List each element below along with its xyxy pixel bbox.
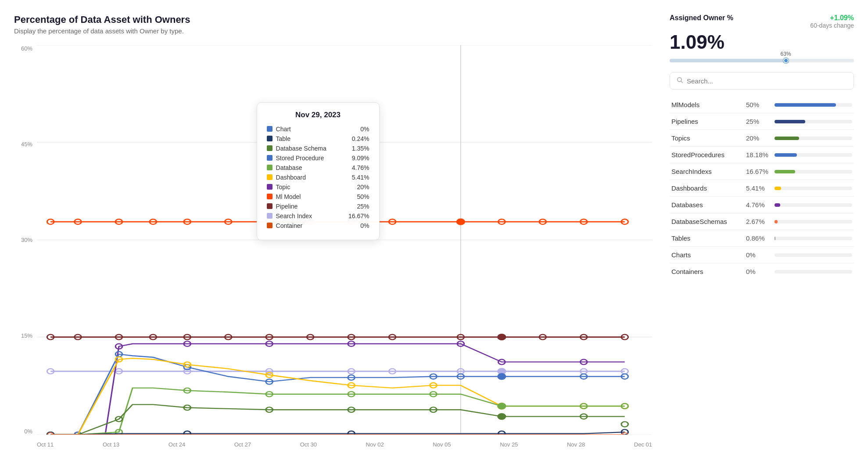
tooltip-date: Nov 29, 2023	[267, 111, 369, 119]
data-item-name: StoredProcedures	[671, 151, 742, 158]
tooltip-color-box	[267, 174, 273, 180]
data-item-name: DatabaseSchemas	[671, 218, 742, 225]
svg-point-32	[498, 334, 506, 340]
y-label-30: 30%	[21, 237, 35, 243]
chart-tooltip: Nov 29, 2023 Chart 0% Table 0.24% Databa…	[257, 102, 380, 240]
x-label-nov02: Nov 02	[366, 441, 384, 448]
y-label-45: 45%	[21, 141, 35, 148]
data-item-pct: 0.86%	[746, 234, 770, 242]
data-bar	[775, 220, 778, 223]
data-bar-container	[775, 153, 852, 157]
tooltip-value: 25%	[357, 203, 369, 210]
x-label-oct27: Oct 27	[234, 441, 251, 448]
tooltip-row: Dashboard 5.41%	[267, 174, 369, 181]
tooltip-color-box	[267, 184, 273, 190]
progress-marker-label: 63%	[781, 51, 791, 57]
tooltip-label: Container	[276, 222, 357, 229]
data-item-name: Charts	[671, 251, 742, 259]
data-list: MlModels 50% Pipelines 25% Topics 20% St…	[670, 97, 854, 280]
data-item-pct: 50%	[746, 101, 770, 108]
tooltip-row: Table 0.24%	[267, 135, 369, 142]
data-item-name: Containers	[671, 268, 742, 275]
svg-point-63	[498, 374, 506, 379]
stat-change-label: 60-days change	[810, 22, 854, 29]
svg-point-92	[621, 421, 628, 427]
data-item-pct: 20%	[746, 134, 770, 142]
data-bar-container	[775, 187, 852, 190]
tooltip-row: Pipeline 25%	[267, 203, 369, 210]
tooltip-color-box	[267, 194, 273, 199]
data-bar	[775, 153, 797, 157]
tooltip-row: Container 0%	[267, 222, 369, 229]
tooltip-color-box	[267, 165, 273, 170]
data-row: Databases 4.76%	[670, 197, 854, 213]
data-bar-container	[775, 270, 852, 274]
data-bar	[775, 103, 836, 107]
tooltip-row: Search Index 16.67%	[267, 212, 369, 220]
data-row: MlModels 50%	[670, 97, 854, 113]
tooltip-row: Ml Model 50%	[267, 193, 369, 200]
data-row: Containers 0%	[670, 263, 854, 280]
search-box[interactable]	[670, 72, 854, 90]
tooltip-row: Topic 20%	[267, 184, 369, 191]
data-row: SearchIndexs 16.67%	[670, 163, 854, 180]
right-section: Assigned Owner % +1.09% 60-days change 1…	[670, 14, 854, 452]
tooltip-label: Search Index	[276, 212, 345, 220]
data-item-name: Pipelines	[671, 118, 742, 125]
data-bar	[775, 203, 780, 207]
search-icon	[676, 76, 683, 85]
progress-marker	[783, 58, 789, 63]
x-label-dec01: Dec 01	[634, 441, 652, 448]
chart-section: Percentage of Data Asset with Owners Dis…	[14, 14, 652, 452]
chart-area: 60% 45% 30% 15% 0%	[14, 45, 652, 452]
tooltip-value: 0.24%	[352, 135, 369, 142]
x-label-nov25: Nov 25	[500, 441, 518, 448]
tooltip-label: Database Schema	[276, 145, 348, 152]
x-label-oct13: Oct 13	[103, 441, 119, 448]
tooltip-label: Chart	[276, 126, 357, 133]
progress-bar-fill	[670, 59, 786, 62]
tooltip-label: Database	[276, 164, 348, 171]
x-label-nov28: Nov 28	[567, 441, 585, 448]
tooltip-value: 9.09%	[352, 155, 369, 162]
x-axis: Oct 11 Oct 13 Oct 24 Oct 27 Oct 30 Nov 0…	[37, 436, 652, 452]
data-bar	[775, 170, 795, 173]
search-input[interactable]	[687, 77, 847, 85]
data-bar-container	[775, 220, 852, 223]
tooltip-row: Database Schema 1.35%	[267, 145, 369, 152]
tooltip-value: 50%	[357, 193, 369, 200]
tooltip-row: Database 4.76%	[267, 164, 369, 171]
data-item-pct: 16.67%	[746, 168, 770, 175]
data-bar-container	[775, 253, 852, 257]
data-row: Dashboards 5.41%	[670, 180, 854, 197]
tooltip-label: Topic	[276, 184, 354, 191]
data-bar-container	[775, 237, 852, 240]
stat-value: 1.09%	[670, 32, 725, 53]
tooltip-rows: Chart 0% Table 0.24% Database Schema 1.3…	[267, 126, 369, 229]
tooltip-color-box	[267, 213, 273, 219]
tooltip-label: Stored Procedure	[276, 155, 348, 162]
data-bar-container	[775, 120, 852, 123]
tooltip-label: Dashboard	[276, 174, 348, 181]
svg-point-100	[678, 78, 681, 82]
data-item-pct: 18.18%	[746, 151, 770, 158]
y-axis: 60% 45% 30% 15% 0%	[14, 45, 35, 435]
data-bar	[775, 187, 781, 190]
stat-label: Assigned Owner %	[670, 14, 733, 22]
svg-point-81	[498, 403, 506, 409]
y-label-60: 60%	[21, 45, 35, 52]
x-label-oct11: Oct 11	[37, 441, 54, 448]
tooltip-value: 0%	[360, 222, 369, 229]
tooltip-label: Pipeline	[276, 203, 354, 210]
tooltip-color-box	[267, 126, 273, 132]
tooltip-value: 20%	[357, 184, 369, 191]
chart-title: Percentage of Data Asset with Owners	[14, 14, 652, 25]
x-label-oct24: Oct 24	[169, 441, 185, 448]
data-bar	[775, 237, 775, 240]
data-bar-container	[775, 103, 852, 107]
y-label-0: 0%	[24, 428, 35, 435]
tooltip-value: 4.76%	[352, 164, 369, 171]
data-item-pct: 0%	[746, 251, 770, 259]
tooltip-color-box	[267, 136, 273, 141]
tooltip-color-box	[267, 145, 273, 151]
